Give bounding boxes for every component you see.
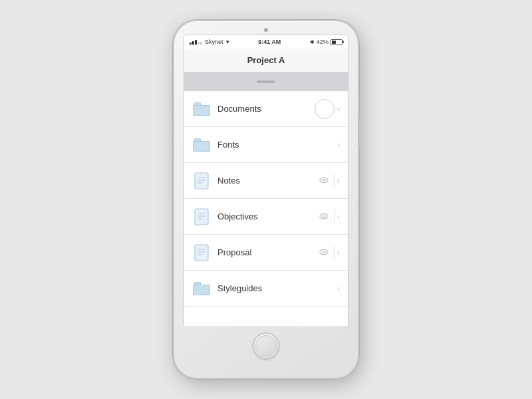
divider-proposal — [334, 246, 334, 259]
item-actions-objectives: › — [317, 210, 340, 223]
item-label-objectives: Objectives — [217, 211, 317, 221]
status-time: 9:41 AM — [258, 39, 281, 45]
item-label-notes: Notes — [217, 176, 317, 186]
item-label-documents: Documents — [217, 104, 315, 114]
battery-icon — [331, 39, 342, 45]
list-item-notes[interactable]: Notes › — [184, 163, 348, 199]
folder-icon-fonts — [192, 136, 211, 154]
earpiece — [264, 28, 268, 32]
item-label-styleguides: Styleguides — [217, 283, 337, 293]
status-left: Skynet ▾ — [190, 39, 229, 45]
title-bar: Project A — [184, 49, 348, 72]
svg-point-11 — [323, 215, 325, 217]
svg-point-4 — [320, 178, 328, 183]
item-actions-notes: › — [317, 174, 340, 188]
file-list: Documents › Fonts › — [184, 91, 348, 327]
svg-point-5 — [323, 179, 325, 182]
svg-rect-12 — [195, 245, 208, 261]
list-item-documents[interactable]: Documents › — [184, 91, 348, 127]
carrier-name: Skynet — [205, 39, 223, 45]
chevron-icon-objectives: › — [337, 212, 340, 221]
item-label-proposal: Proposal — [217, 247, 317, 257]
page-title: Project A — [247, 55, 285, 65]
chevron-icon-notes: › — [337, 176, 340, 186]
wifi-icon: ▾ — [226, 39, 229, 45]
folder-icon-documents — [192, 100, 211, 118]
item-actions-documents: › — [315, 99, 340, 119]
svg-point-16 — [320, 249, 328, 255]
screen: Skynet ▾ 9:41 AM ✱ 42% Project A — [184, 35, 348, 327]
eye-icon-proposal[interactable] — [317, 246, 331, 259]
item-actions-fonts: › — [337, 140, 340, 150]
chevron-icon-styleguides: › — [337, 284, 340, 293]
volume-up-button — [172, 120, 174, 138]
list-item-styleguides[interactable]: Styleguides › — [184, 271, 348, 307]
home-button[interactable] — [253, 332, 279, 359]
chevron-icon-proposal: › — [337, 248, 340, 257]
list-item-fonts[interactable]: Fonts › — [184, 127, 348, 163]
eye-icon-objectives[interactable] — [317, 210, 331, 223]
svg-point-10 — [320, 213, 328, 219]
volume-down-button — [172, 144, 174, 162]
list-item-proposal[interactable]: Proposal › — [184, 235, 348, 271]
battery-pct: 42% — [317, 39, 329, 45]
tab-indicator — [257, 80, 275, 83]
status-right: ✱ 42% — [310, 39, 342, 45]
item-actions-styleguides: › — [337, 284, 340, 293]
doc-icon-notes — [192, 172, 211, 190]
item-label-fonts: Fonts — [217, 140, 337, 150]
divider-notes — [334, 174, 334, 188]
doc-icon-objectives — [192, 207, 211, 226]
bluetooth-icon: ✱ — [310, 39, 315, 45]
chevron-icon-documents: › — [337, 104, 340, 114]
tab-bar[interactable] — [184, 72, 348, 91]
svg-rect-6 — [195, 209, 208, 225]
svg-point-17 — [323, 251, 325, 253]
doc-icon-proposal — [192, 243, 211, 262]
folder-icon-styleguides — [192, 279, 211, 298]
chevron-icon-fonts: › — [337, 140, 340, 150]
signal-icon — [190, 40, 202, 45]
eye-icon-notes[interactable] — [317, 174, 331, 188]
list-item-objectives[interactable]: Objectives › — [184, 199, 348, 235]
home-button-inner — [255, 335, 277, 356]
svg-rect-0 — [195, 173, 208, 189]
divider-objectives — [334, 210, 334, 223]
circle-button-documents[interactable] — [315, 99, 334, 119]
item-actions-proposal: › — [317, 246, 340, 259]
status-bar: Skynet ▾ 9:41 AM ✱ 42% — [184, 35, 348, 49]
phone-frame: Skynet ▾ 9:41 AM ✱ 42% Project A — [173, 20, 359, 379]
